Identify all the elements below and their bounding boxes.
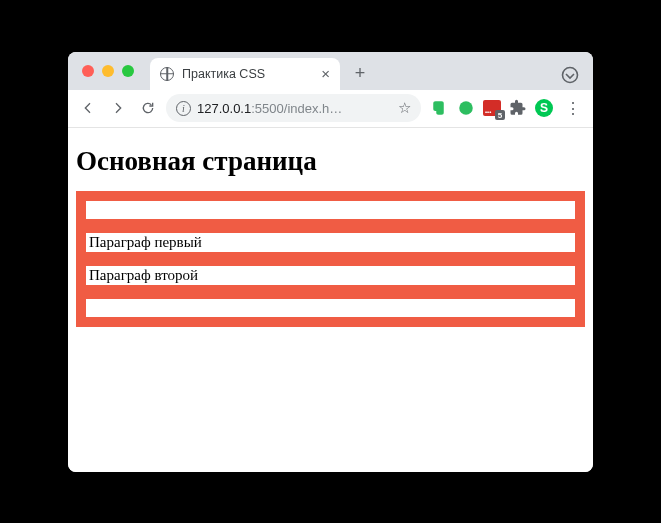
browser-tab-active[interactable]: Практика CSS × bbox=[150, 58, 340, 90]
globe-icon bbox=[160, 67, 174, 81]
new-tab-button[interactable]: + bbox=[346, 60, 374, 88]
site-info-icon[interactable]: i bbox=[176, 101, 191, 116]
paragraph bbox=[86, 299, 575, 317]
reload-button[interactable] bbox=[136, 96, 160, 120]
svg-point-1 bbox=[459, 101, 473, 115]
extensions-puzzle-icon[interactable] bbox=[509, 99, 527, 117]
content-section: Параграф первый Параграф второй bbox=[76, 191, 585, 327]
chrome-menu-icon[interactable]: ⋮ bbox=[561, 99, 585, 118]
back-button[interactable] bbox=[76, 96, 100, 120]
forward-button[interactable] bbox=[106, 96, 130, 120]
minimize-window-button[interactable] bbox=[102, 65, 114, 77]
evernote-extension-icon[interactable] bbox=[431, 99, 449, 117]
page-heading: Основная страница bbox=[76, 146, 585, 177]
page-viewport: Основная страница Параграф первый Парагр… bbox=[68, 128, 593, 472]
browser-window: Практика CSS × + i 127.0.0.1:5500/index.… bbox=[68, 52, 593, 472]
svg-point-0 bbox=[563, 67, 578, 82]
paragraph: Параграф второй bbox=[86, 266, 575, 285]
tab-title: Практика CSS bbox=[182, 67, 265, 81]
url-text: 127.0.0.1:5500/index.h… bbox=[197, 101, 392, 116]
address-bar[interactable]: i 127.0.0.1:5500/index.h… ☆ bbox=[166, 94, 421, 122]
close-tab-icon[interactable]: × bbox=[321, 66, 330, 81]
extensions-area: ••• 5 S ⋮ bbox=[427, 99, 585, 118]
paragraph bbox=[86, 201, 575, 219]
browser-toolbar: i 127.0.0.1:5500/index.h… ☆ ••• 5 S bbox=[68, 90, 593, 128]
profile-avatar[interactable]: S bbox=[535, 99, 553, 117]
close-window-button[interactable] bbox=[82, 65, 94, 77]
bookmark-star-icon[interactable]: ☆ bbox=[398, 99, 411, 117]
paragraph: Параграф первый bbox=[86, 233, 575, 252]
tab-strip: Практика CSS × + bbox=[68, 52, 593, 90]
adblock-extension-icon[interactable] bbox=[457, 99, 475, 117]
lastpass-extension-icon[interactable]: ••• 5 bbox=[483, 100, 501, 116]
window-controls bbox=[82, 65, 134, 77]
tab-menu-button[interactable] bbox=[561, 66, 579, 84]
fullscreen-window-button[interactable] bbox=[122, 65, 134, 77]
extension-badge: 5 bbox=[495, 110, 505, 120]
